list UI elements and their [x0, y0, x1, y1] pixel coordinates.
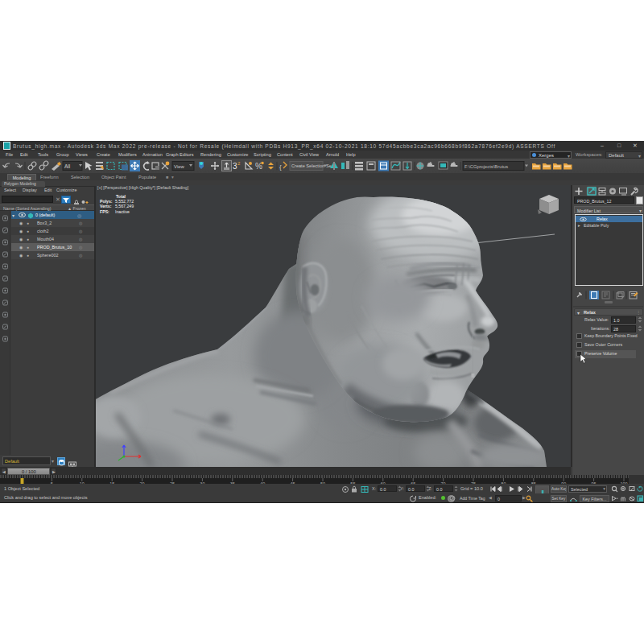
svg-text:All: All: [64, 163, 71, 169]
svg-text:[+] [Perspective] [High Qualit: [+] [Perspective] [High Quality*] [Defau…: [97, 185, 189, 190]
svg-text:F:\CGprojects\Brutus: F:\CGprojects\Brutus: [464, 164, 508, 169]
svg-text:View: View: [174, 164, 185, 169]
svg-text:2: 2: [237, 161, 241, 166]
svg-text:{: {: [279, 163, 282, 171]
svg-text:FPS:: FPS:: [100, 209, 109, 214]
svg-text:5,567,249: 5,567,249: [115, 204, 134, 208]
svg-text:Verts:: Verts:: [100, 204, 112, 208]
svg-text:Inactive: Inactive: [115, 209, 130, 214]
